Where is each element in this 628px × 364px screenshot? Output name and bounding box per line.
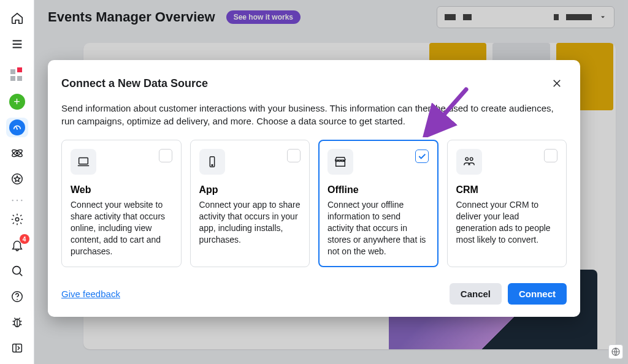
crm-icon [456, 149, 482, 175]
panel-icon [10, 341, 24, 355]
option-offline-check [415, 150, 429, 163]
option-app[interactable]: App Connect your app to share activity t… [190, 140, 310, 267]
option-offline-title: Offline [327, 184, 429, 195]
gear-icon [10, 213, 24, 226]
search-icon [10, 264, 24, 278]
home-icon [10, 12, 24, 25]
bug-icon [10, 316, 24, 329]
option-offline[interactable]: Offline Connect your offline information… [318, 140, 438, 267]
option-web-check [159, 149, 172, 162]
svg-point-6 [16, 200, 17, 201]
rail-notifications[interactable]: 4 [6, 235, 28, 255]
rail-collapse[interactable] [6, 338, 28, 358]
modal-title: Connect a New Data Source [61, 77, 208, 90]
connect-button[interactable]: Connect [508, 283, 567, 305]
modal-subtitle: Send information about customer interact… [61, 102, 564, 127]
rail-settings[interactable] [6, 210, 28, 229]
globe-button[interactable] [608, 344, 623, 359]
rail-home[interactable] [6, 9, 28, 28]
close-icon [551, 78, 562, 89]
rail-bugs[interactable] [6, 313, 28, 332]
globe-icon [611, 347, 621, 357]
svg-point-7 [21, 200, 22, 201]
option-crm-title: CRM [456, 184, 558, 195]
left-rail: + 4 [0, 0, 34, 364]
option-app-check [287, 149, 301, 162]
rail-search[interactable] [6, 261, 28, 281]
cancel-button[interactable]: Cancel [450, 283, 502, 305]
svg-rect-14 [79, 158, 88, 164]
rail-partner[interactable] [6, 143, 28, 163]
svg-point-9 [12, 267, 20, 275]
pixel-icon [10, 69, 24, 83]
hamburger-icon [10, 37, 24, 51]
option-app-desc: Connect your app to share activity that … [199, 199, 301, 246]
gauge-icon [9, 119, 25, 135]
rail-menu[interactable] [6, 34, 28, 54]
option-web-title: Web [71, 184, 172, 195]
option-web-desc: Connect your website to share activity t… [71, 199, 172, 257]
atom-icon [10, 146, 24, 160]
close-button[interactable] [547, 74, 567, 93]
svg-point-11 [17, 299, 18, 300]
give-feedback-link[interactable]: Give feedback [61, 289, 120, 299]
option-crm-check [544, 149, 557, 162]
laptop-icon [71, 149, 96, 175]
option-offline-desc: Connect your offline information to send… [327, 199, 429, 257]
svg-point-17 [465, 157, 469, 161]
connect-data-source-modal: Connect a New Data Source Send informati… [48, 60, 580, 317]
rail-add[interactable]: + [6, 92, 28, 112]
rail-divider-dots [6, 195, 28, 206]
rail-help[interactable] [6, 287, 28, 306]
option-app-title: App [199, 184, 301, 195]
svg-point-5 [12, 200, 13, 201]
mobile-icon [199, 149, 225, 175]
star-icon [10, 172, 24, 186]
svg-point-8 [15, 218, 19, 221]
help-icon [10, 290, 24, 303]
option-web[interactable]: Web Connect your website to share activi… [61, 140, 182, 267]
svg-point-16 [212, 165, 213, 166]
plus-icon: + [9, 94, 25, 110]
option-crm[interactable]: CRM Connect your CRM to deliver your lea… [447, 140, 567, 267]
data-source-options: Web Connect your website to share activi… [61, 140, 567, 267]
rail-pixel[interactable] [6, 66, 28, 86]
rail-star[interactable] [6, 169, 28, 189]
notification-badge: 4 [20, 234, 29, 244]
rail-events-manager[interactable] [6, 118, 28, 137]
store-icon [327, 149, 353, 175]
svg-point-18 [470, 157, 473, 161]
option-crm-desc: Connect your CRM to deliver your lead ge… [456, 199, 558, 246]
svg-point-3 [16, 153, 18, 154]
svg-rect-13 [12, 344, 21, 352]
